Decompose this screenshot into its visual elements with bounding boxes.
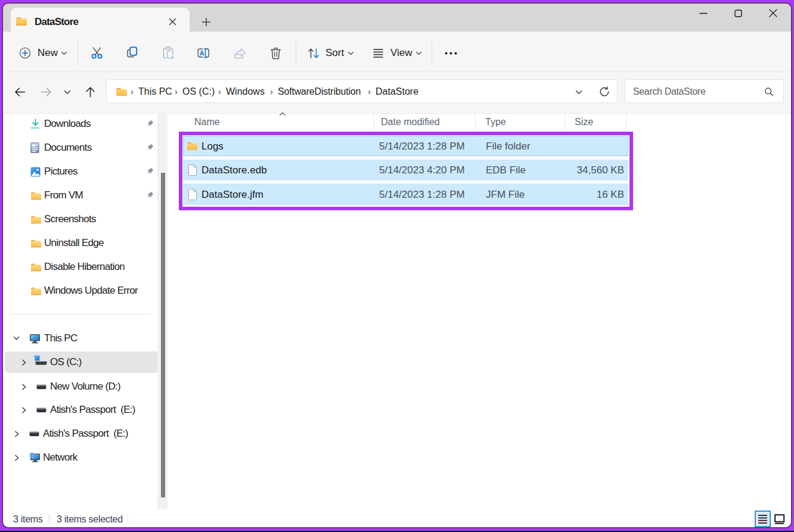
svg-text:A: A bbox=[199, 49, 204, 57]
